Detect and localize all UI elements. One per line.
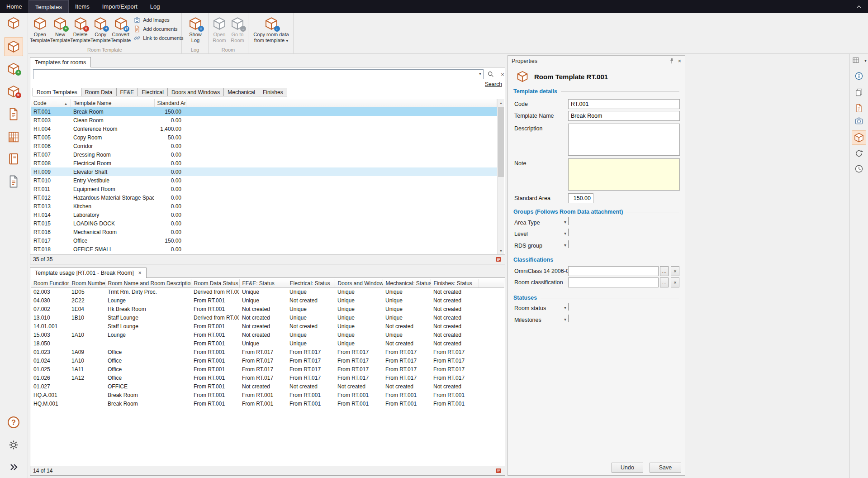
sidebar-item-attachments[interactable] xyxy=(4,172,23,191)
usage-row[interactable]: 14.01.001Staff LoungeFrom RT.001Not crea… xyxy=(31,322,504,330)
sidebar-item-buildings[interactable] xyxy=(4,127,23,146)
usage-row[interactable]: HQ.A.001Break RoomFrom RT.001From RT.001… xyxy=(31,391,504,399)
column-header-doors-windows-status[interactable]: Doors and Windows:... xyxy=(335,279,383,287)
sidebar-item-products[interactable]: × xyxy=(4,82,23,101)
column-header-template-name[interactable]: Template Name xyxy=(71,99,154,107)
area-type-select[interactable]: ▾ xyxy=(568,217,569,225)
clear-search-icon[interactable]: × xyxy=(498,70,507,79)
rds-group-select[interactable]: ▾ xyxy=(568,240,569,248)
template-row[interactable]: RT.008Electrical Room0.00 xyxy=(31,159,497,167)
column-header-room-number[interactable]: Room Number xyxy=(69,279,105,287)
sidebar-item-settings[interactable] xyxy=(4,435,23,454)
room-classification-field[interactable] xyxy=(568,277,659,287)
sidebar-item-expand[interactable] xyxy=(4,458,23,477)
scroll-down-icon[interactable]: ▾ xyxy=(498,247,504,254)
template-name-field[interactable] xyxy=(568,111,680,121)
usage-row[interactable]: 18.050From RT.001UniqueUniqueUniqueNot c… xyxy=(31,339,504,348)
column-header-electrical-status[interactable]: Electrical: Status xyxy=(287,279,335,287)
template-row[interactable]: RT.007Dressing Room0.00 xyxy=(31,150,497,159)
add-images-button[interactable]: Add Images xyxy=(133,16,183,24)
usage-row[interactable]: 01.0231A09OfficeFrom RT.001From RT.017Fr… xyxy=(31,348,504,356)
toolbar-item-info[interactable] xyxy=(854,71,864,81)
open-room-button[interactable]: Open Room xyxy=(210,14,228,46)
usage-row[interactable]: 01.0261A12OfficeFrom RT.001From RT.017Fr… xyxy=(31,373,504,382)
column-header-code[interactable]: Code▲ xyxy=(31,99,71,107)
template-row[interactable]: RT.014Laboratory0.00 xyxy=(31,210,497,219)
template-row[interactable]: RT.003Clean Room0.00 xyxy=(31,116,497,124)
usage-row[interactable]: 01.0241A10OfficeFrom RT.001From RT.017Fr… xyxy=(31,356,504,365)
note-field[interactable] xyxy=(568,158,680,191)
search-button[interactable] xyxy=(486,70,495,79)
room-classification-browse-button[interactable]: … xyxy=(660,277,669,287)
description-field[interactable] xyxy=(568,124,680,156)
template-row[interactable]: RT.009Elevator Shaft0.00 xyxy=(31,167,497,176)
usage-row[interactable]: 01.027OFFICEFrom RT.001Not createdNot cr… xyxy=(31,382,504,391)
toolbar-item-history[interactable] xyxy=(854,163,864,174)
usage-row[interactable]: 13.0101B10Staff LoungeDerived from RT.00… xyxy=(31,313,504,322)
panel-caret-icon[interactable]: ▾ xyxy=(864,58,867,63)
level-select[interactable]: ▾ xyxy=(568,229,569,236)
templates-scrollbar[interactable]: ▴ ▾ xyxy=(497,99,504,254)
log-indicator-icon[interactable] xyxy=(495,467,502,474)
column-header-room-data-status[interactable]: Room Data Status xyxy=(191,279,239,287)
tab-room-templates[interactable]: Room Templates xyxy=(33,88,81,96)
template-row[interactable]: RT.017Office150.00 xyxy=(31,236,497,245)
sidebar-item-documents[interactable] xyxy=(4,105,23,124)
copy-room-data-button[interactable]: ↓ Copy room data from template ▾ xyxy=(251,14,292,46)
toolbar-item-room-template[interactable] xyxy=(852,130,866,145)
tab-templates-for-rooms[interactable]: Templates for rooms xyxy=(30,57,91,67)
usage-row[interactable]: 02.0031D05Trmt Rm. Dirty Proc.Derived fr… xyxy=(31,287,504,296)
sidebar-item-help[interactable] xyxy=(4,413,23,432)
standard-area-field[interactable] xyxy=(568,193,593,203)
log-indicator-icon[interactable] xyxy=(495,256,502,263)
tab-room-data[interactable]: Room Data xyxy=(81,88,117,96)
template-row[interactable]: RT.010Entry Vestibule0.00 xyxy=(31,176,497,185)
menu-home[interactable]: Home xyxy=(0,0,28,13)
show-log-button[interactable]: ≡ Show Log xyxy=(185,14,206,46)
template-row[interactable]: RT.016Mechanical Room0.00 xyxy=(31,228,497,236)
template-row[interactable]: RT.012Hazardous Material Storage Space0.… xyxy=(31,193,497,202)
close-panel-icon[interactable]: × xyxy=(678,58,681,64)
search-combo-caret-icon[interactable]: ▾ xyxy=(479,71,481,76)
code-field[interactable] xyxy=(568,99,680,109)
save-button[interactable]: Save xyxy=(650,463,681,473)
link-to-documents-button[interactable]: Link to documents xyxy=(133,34,183,42)
usage-row[interactable]: 04.0302C22LoungeFrom RT.001UniqueNot cre… xyxy=(31,296,504,305)
convert-template-button[interactable]: ⇄ Convert Template xyxy=(111,14,131,46)
scroll-up-icon[interactable]: ▴ xyxy=(498,99,504,106)
column-header-room-name[interactable]: Room Name and Room Description xyxy=(105,279,191,287)
template-row[interactable]: RT.001Break Room150.00 xyxy=(31,107,497,116)
room-status-select[interactable]: ▾ xyxy=(568,303,569,311)
sidebar-item-items[interactable]: + xyxy=(4,59,23,78)
search-input[interactable] xyxy=(33,69,484,79)
tab-electrical[interactable]: Electrical xyxy=(138,88,168,96)
omniclass-clear-button[interactable]: × xyxy=(671,266,679,276)
omniclass-browse-button[interactable]: … xyxy=(660,266,669,276)
usage-row[interactable]: 01.0251A11OfficeFrom RT.001From RT.017Fr… xyxy=(31,365,504,373)
template-row[interactable]: RT.015LOADING DOCK0.00 xyxy=(31,219,497,228)
pin-icon[interactable] xyxy=(668,57,675,65)
template-row[interactable]: RT.004Conference Room1,400.00 xyxy=(31,124,497,133)
milestones-select[interactable]: ▾ xyxy=(568,315,569,322)
panel-grid-icon[interactable] xyxy=(852,57,859,64)
column-header-finishes-status[interactable]: Finishes: Status xyxy=(431,279,479,287)
column-header-ffe-status[interactable]: FF&E: Status xyxy=(239,279,287,287)
tab-ffe[interactable]: FF&E xyxy=(117,88,138,96)
usage-row[interactable]: 07.0021E04Hk Break RoomFrom RT.001Not cr… xyxy=(31,305,504,313)
omniclass-field[interactable] xyxy=(568,266,659,276)
menu-import-export[interactable]: Import/Export xyxy=(96,0,144,13)
undo-button[interactable]: Undo xyxy=(612,463,643,473)
copy-template-button[interactable]: + Copy Template xyxy=(90,14,111,46)
template-row[interactable]: RT.005Copy Room50.00 xyxy=(31,133,497,142)
template-row[interactable]: RT.013Kitchen0.00 xyxy=(31,202,497,210)
toolbar-item-images[interactable] xyxy=(854,115,864,126)
open-template-button[interactable]: Open Template xyxy=(30,14,50,46)
toolbar-item-copies[interactable] xyxy=(854,87,864,98)
template-row[interactable]: RT.006Corridor0.00 xyxy=(31,142,497,150)
template-row[interactable]: RT.018OFFICE SMALL0.00 xyxy=(31,245,497,253)
scrollbar-thumb[interactable] xyxy=(498,107,504,177)
template-row[interactable]: RT.011Equipment Room0.00 xyxy=(31,185,497,193)
column-header-standard-area[interactable]: Standard Area xyxy=(154,99,186,107)
toolbar-item-documents[interactable] xyxy=(854,103,864,114)
tab-mechanical[interactable]: Mechanical xyxy=(224,88,259,96)
